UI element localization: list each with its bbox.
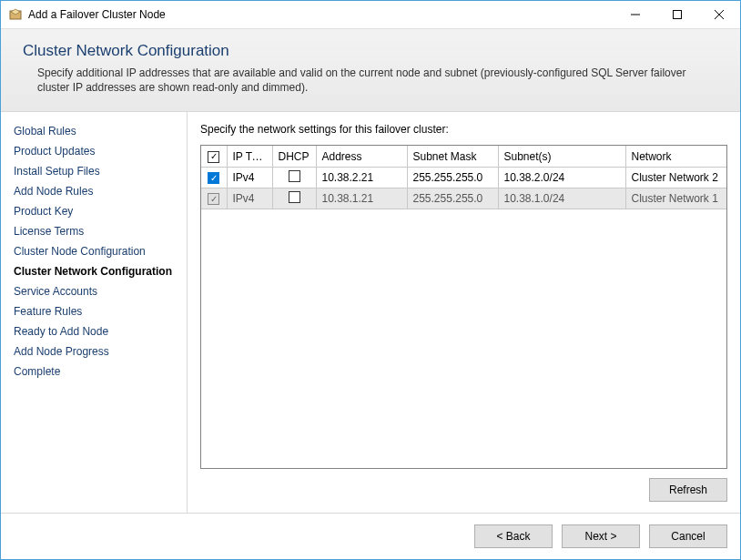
cell-address[interactable]: 10.38.2.21 <box>316 167 407 188</box>
page-title: Cluster Network Configuration <box>23 42 718 60</box>
cancel-button[interactable]: Cancel <box>649 524 727 548</box>
window-title: Add a Failover Cluster Node <box>28 8 614 21</box>
network-grid: ✓ IP Ty… DHCP Address Subnet Mask Subnet… <box>200 145 727 469</box>
sidebar-item[interactable]: Cluster Node Configuration <box>14 241 187 261</box>
header-subnetmask[interactable]: Subnet Mask <box>407 146 498 167</box>
maximize-button[interactable] <box>656 1 698 28</box>
cell-iptype: IPv4 <box>227 188 272 209</box>
header-address[interactable]: Address <box>316 146 407 167</box>
refresh-button[interactable]: Refresh <box>649 478 727 502</box>
sidebar-item[interactable]: License Terms <box>14 221 187 241</box>
svg-rect-3 <box>674 11 682 19</box>
next-button[interactable]: Next > <box>562 524 640 548</box>
header-check[interactable]: ✓ <box>201 146 227 167</box>
back-button[interactable]: < Back <box>474 524 553 548</box>
header-iptype[interactable]: IP Ty… <box>227 146 272 167</box>
sidebar-item[interactable]: Service Accounts <box>14 281 187 301</box>
page-header: Cluster Network Configuration Specify ad… <box>1 28 740 112</box>
sidebar-item[interactable]: Complete <box>14 361 187 382</box>
installer-window: Add a Failover Cluster Node Cluster Netw… <box>0 0 741 560</box>
dhcp-checkbox <box>289 191 300 203</box>
table-row: ✓IPv410.38.1.21255.255.255.010.38.1.0/24… <box>201 188 726 209</box>
sidebar-item[interactable]: Ready to Add Node <box>14 321 187 341</box>
header-network[interactable]: Network <box>625 146 726 167</box>
sidebar-item[interactable]: Add Node Rules <box>14 181 187 201</box>
sidebar-item[interactable]: Install Setup Files <box>14 161 187 181</box>
sidebar-item[interactable]: Cluster Network Configuration <box>14 261 187 281</box>
cell-subnetmask[interactable]: 255.255.255.0 <box>407 167 498 188</box>
page-description: Specify additional IP addresses that are… <box>37 66 718 95</box>
close-button[interactable] <box>698 1 740 28</box>
cell-network: Cluster Network 2 <box>625 167 726 188</box>
header-subnets[interactable]: Subnet(s) <box>498 146 625 167</box>
main-panel: Specify the network settings for this fa… <box>187 112 740 513</box>
cell-address: 10.38.1.21 <box>316 188 407 209</box>
cell-subnetmask: 255.255.255.0 <box>407 188 498 209</box>
select-all-checkbox[interactable]: ✓ <box>208 151 219 163</box>
sidebar-item[interactable]: Global Rules <box>14 121 187 141</box>
cell-iptype: IPv4 <box>227 167 272 188</box>
row-checkbox[interactable]: ✓ <box>208 172 219 184</box>
minimize-button[interactable] <box>614 1 656 28</box>
sidebar-item[interactable]: Feature Rules <box>14 301 187 321</box>
refresh-row: Refresh <box>200 469 727 502</box>
titlebar: Add a Failover Cluster Node <box>1 1 740 28</box>
cell-network: Cluster Network 1 <box>625 188 726 209</box>
cell-subnets: 10.38.2.0/24 <box>498 167 625 188</box>
header-dhcp[interactable]: DHCP <box>272 146 316 167</box>
body: Global RulesProduct UpdatesInstall Setup… <box>1 112 740 513</box>
sidebar-item[interactable]: Product Updates <box>14 141 187 161</box>
grid-header-row: ✓ IP Ty… DHCP Address Subnet Mask Subnet… <box>201 146 726 167</box>
row-checkbox: ✓ <box>208 193 219 205</box>
app-icon <box>8 7 23 22</box>
table-row[interactable]: ✓IPv410.38.2.21255.255.255.010.38.2.0/24… <box>201 167 726 188</box>
step-sidebar: Global RulesProduct UpdatesInstall Setup… <box>1 112 187 513</box>
sidebar-item[interactable]: Add Node Progress <box>14 341 187 361</box>
wizard-footer: < Back Next > Cancel <box>1 513 740 559</box>
instruction-text: Specify the network settings for this fa… <box>200 123 727 136</box>
cell-subnets: 10.38.1.0/24 <box>498 188 625 209</box>
dhcp-checkbox[interactable] <box>289 170 300 182</box>
sidebar-item[interactable]: Product Key <box>14 201 187 221</box>
window-controls <box>614 1 740 28</box>
